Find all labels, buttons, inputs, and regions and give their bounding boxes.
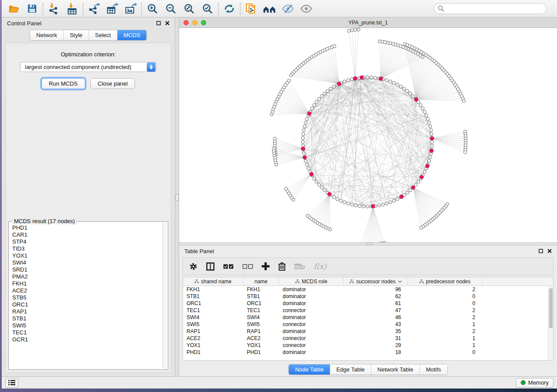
cell-successor-nodes[interactable]: 96 [344, 286, 408, 292]
cell-shared-name[interactable]: YOX1 [183, 342, 243, 348]
search-input[interactable] [446, 5, 543, 12]
ring-node[interactable] [304, 121, 307, 124]
ring-node[interactable] [318, 183, 321, 186]
delete-column-icon[interactable] [278, 262, 286, 271]
show-columns-icon[interactable] [206, 262, 214, 271]
ring-node[interactable] [377, 204, 381, 207]
table-scrollbar[interactable] [548, 286, 553, 360]
tab-style[interactable]: Style [64, 30, 89, 40]
cell-name[interactable]: RAP1 [243, 328, 279, 334]
cell-successor-nodes[interactable]: 46 [344, 314, 408, 320]
mcds-hub-node[interactable] [429, 149, 433, 152]
table-row[interactable]: SWI4SWI4dominator462 [183, 314, 553, 321]
ring-node[interactable] [392, 81, 395, 84]
leaf-node[interactable] [273, 137, 277, 140]
cell-predecessor-nodes[interactable]: 2 [408, 314, 482, 320]
tab-select[interactable]: Select [89, 30, 118, 40]
cell-name[interactable]: TEC1 [243, 307, 279, 313]
cell-successor-nodes[interactable]: 18 [344, 349, 408, 355]
mcds-hub-node[interactable] [430, 137, 434, 140]
cell-predecessor-nodes[interactable]: 2 [408, 328, 482, 334]
leaf-node[interactable] [272, 147, 275, 150]
ring-node[interactable] [423, 110, 426, 113]
panel-splitter-vertical[interactable] [175, 17, 179, 376]
result-node[interactable]: FKH1 [12, 280, 162, 287]
ring-node[interactable] [307, 167, 310, 170]
zoom-fit-icon[interactable] [180, 1, 198, 16]
leaf-node[interactable] [347, 29, 350, 32]
optimization-criterion-select[interactable]: largest connected component (undirected) [20, 62, 156, 72]
zoom-out-icon[interactable] [162, 1, 180, 16]
ring-node[interactable] [389, 201, 392, 204]
ring-node[interactable] [396, 197, 399, 200]
ring-node[interactable] [428, 121, 431, 124]
node-table[interactable]: shared namenameMCDS rolesuccessor nodesp… [183, 277, 554, 361]
cell-shared-name[interactable]: SWI5 [183, 321, 243, 327]
show-all-icon[interactable] [297, 1, 315, 16]
column-header-successor-nodes[interactable]: successor nodes [344, 277, 408, 285]
column-header-name[interactable]: name [243, 277, 279, 285]
task-history-button[interactable] [5, 378, 18, 388]
cell-successor-nodes[interactable]: 29 [344, 342, 408, 348]
table-row[interactable]: ORC1ORC1dominator610 [183, 300, 553, 307]
result-node[interactable]: GCR1 [12, 336, 162, 343]
ring-node[interactable] [366, 205, 369, 208]
ring-node[interactable] [305, 163, 308, 166]
close-panel-button[interactable]: Close panel [90, 78, 135, 89]
cell-MCDS-role[interactable]: dominator [279, 286, 344, 292]
cell-predecessor-nodes[interactable]: 1 [408, 335, 482, 341]
result-node[interactable]: SRD1 [12, 266, 162, 273]
ring-node[interactable] [358, 204, 361, 207]
mcds-hub-node[interactable] [414, 98, 418, 101]
cell-name[interactable]: SWI4 [243, 314, 279, 320]
cell-MCDS-role[interactable]: connector [279, 335, 344, 341]
ring-node[interactable] [320, 186, 323, 189]
ring-node[interactable] [429, 129, 432, 132]
mcds-hub-node[interactable] [337, 82, 341, 86]
ring-node[interactable] [370, 76, 373, 79]
ring-node[interactable] [350, 203, 353, 206]
float-panel-icon[interactable] [539, 249, 543, 253]
result-list-scrollbar[interactable] [162, 223, 167, 368]
ring-node[interactable] [430, 144, 433, 147]
ring-node[interactable] [381, 203, 384, 206]
float-panel-icon[interactable] [156, 21, 161, 25]
ring-node[interactable] [304, 159, 307, 162]
ring-node[interactable] [426, 117, 429, 120]
ring-node[interactable] [346, 79, 349, 82]
cell-successor-nodes[interactable]: 35 [344, 328, 408, 334]
ring-node[interactable] [389, 80, 392, 83]
cell-successor-nodes[interactable]: 43 [344, 321, 408, 327]
ring-node[interactable] [430, 133, 433, 136]
result-node[interactable]: TID3 [12, 245, 162, 252]
ring-node[interactable] [412, 95, 415, 98]
result-node[interactable]: YOX1 [12, 252, 162, 259]
ring-node[interactable] [399, 85, 402, 88]
cell-predecessor-nodes[interactable]: 1 [408, 321, 482, 327]
mcds-hub-node[interactable] [303, 156, 306, 159]
result-node[interactable]: PMA2 [12, 273, 162, 280]
ring-node[interactable] [302, 152, 305, 155]
splitter-grip[interactable] [366, 243, 372, 245]
ring-node[interactable] [385, 79, 388, 82]
deselect-all-checks-icon[interactable] [242, 264, 253, 269]
close-panel-icon[interactable] [165, 21, 170, 25]
cell-name[interactable]: PHD1 [243, 349, 279, 355]
leaf-node[interactable] [287, 79, 291, 82]
table-settings-icon[interactable] [189, 262, 197, 271]
add-column-icon[interactable] [262, 262, 270, 270]
cell-name[interactable]: ORC1 [243, 300, 279, 306]
cell-MCDS-role[interactable]: connector [279, 342, 344, 348]
cell-MCDS-role[interactable]: connector [279, 321, 344, 327]
result-node[interactable]: ACE2 [12, 287, 162, 294]
ring-node[interactable] [409, 189, 412, 192]
scrollbar-thumb[interactable] [549, 288, 553, 328]
table-row[interactable]: TEC1TEC1connector472 [183, 307, 553, 314]
ring-node[interactable] [414, 183, 417, 186]
ring-node[interactable] [350, 78, 353, 81]
ring-node[interactable] [313, 103, 316, 107]
ring-node[interactable] [346, 202, 349, 205]
cell-successor-nodes[interactable]: 47 [344, 307, 408, 313]
ring-node[interactable] [406, 191, 409, 194]
mcds-hub-node[interactable] [328, 193, 331, 196]
